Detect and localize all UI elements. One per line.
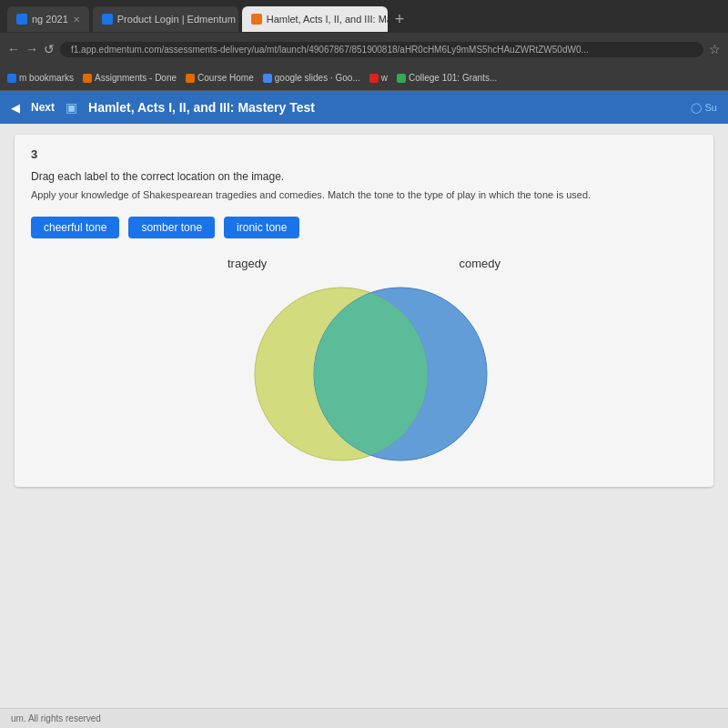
drag-label-somber[interactable]: somber tone [128,217,215,238]
footer-bar: um. All rights reserved [0,708,728,728]
tab-bar: ng 2021 ✕ Product Login | Edmentum ✕ Ham… [0,0,728,33]
nav-refresh-icon[interactable]: ▣ [66,100,77,115]
new-tab-button[interactable]: + [395,10,405,29]
main-content: 3 Drag each label to the correct locatio… [0,124,728,728]
bookmark-label-2: Assignments - Done [95,73,177,83]
comedy-label: comedy [459,257,500,270]
bookmark-label-1: m bookmarks [19,73,74,83]
drag-label-cheerful[interactable]: cheerful tone [31,217,119,238]
address-bar[interactable]: f1.app.edmentum.com/assessments-delivery… [60,42,703,57]
tab-favicon-2 [102,14,113,25]
address-bar-row: ← → ↺ f1.app.edmentum.com/assessments-de… [0,33,728,66]
question-instruction: Drag each label to the correct location … [31,170,697,183]
bookmark-favicon-1 [7,74,16,83]
drag-labels-container: cheerful tone somber tone ironic tone [31,217,697,238]
tab-label-1: ng 2021 [32,14,68,25]
venn-labels-row: tragedy comedy [209,257,519,270]
refresh-button[interactable]: ↺ [44,42,55,56]
question-number: 3 [31,147,697,161]
tab-label-2: Product Login | Edmentum [117,14,236,25]
tab-favicon-3 [251,14,262,25]
bookmark-label-4: google slides · Goo... [275,73,360,83]
tragedy-label: tragedy [228,257,267,270]
tab-1[interactable]: ng 2021 ✕ [7,6,89,32]
bookmark-4[interactable]: google slides · Goo... [263,73,360,83]
venn-svg [209,274,519,474]
bookmark-3[interactable]: Course Home [186,73,254,83]
bookmark-star[interactable]: ☆ [709,42,721,56]
app-header: ◀ Next ▣ Hamlet, Acts I, II, and III: Ma… [0,91,728,124]
bookmark-6[interactable]: College 101: Grants... [397,73,497,83]
bookmark-favicon-4 [263,74,272,83]
bookmark-2[interactable]: Assignments - Done [83,73,177,83]
tab-close-1[interactable]: ✕ [73,15,80,25]
next-label[interactable]: Next [31,101,55,114]
question-text: Apply your knowledge of Shakespearean tr… [31,188,697,202]
tab-2[interactable]: Product Login | Edmentum ✕ [93,6,238,32]
bookmark-1[interactable]: m bookmarks [7,73,74,83]
bookmark-favicon-5 [369,74,379,83]
bookmark-label-3: Course Home [197,73,254,83]
bookmark-favicon-6 [397,74,406,83]
bookmark-label-5: w [381,73,388,83]
su-link[interactable]: ◯ Su [691,102,717,114]
page-title: Hamlet, Acts I, II, and III: Mastery Tes… [88,100,315,115]
question-card: 3 Drag each label to the correct locatio… [15,135,713,487]
bookmark-favicon-2 [83,74,92,83]
nav-left-arrow[interactable]: ◀ [11,101,20,115]
forward-button[interactable]: → [25,42,38,56]
venn-container[interactable] [209,274,519,474]
tab-3[interactable]: Hamlet, Acts I, II, and III: Mastery ✕ [242,6,388,32]
bookmark-favicon-3 [186,74,195,83]
browser-chrome: ng 2021 ✕ Product Login | Edmentum ✕ Ham… [0,0,728,91]
venn-diagram-area: tragedy comedy [31,257,697,474]
bookmark-label-6: College 101: Grants... [409,73,497,83]
back-button[interactable]: ← [7,42,20,56]
bookmarks-bar: m bookmarks Assignments - Done Course Ho… [0,66,728,91]
tab-label-3: Hamlet, Acts I, II, and III: Mastery [267,14,388,25]
drag-label-ironic[interactable]: ironic tone [224,217,299,238]
bookmark-5[interactable]: w [369,73,388,83]
tab-favicon-1 [16,14,27,25]
footer-text: um. All rights reserved [11,713,101,723]
